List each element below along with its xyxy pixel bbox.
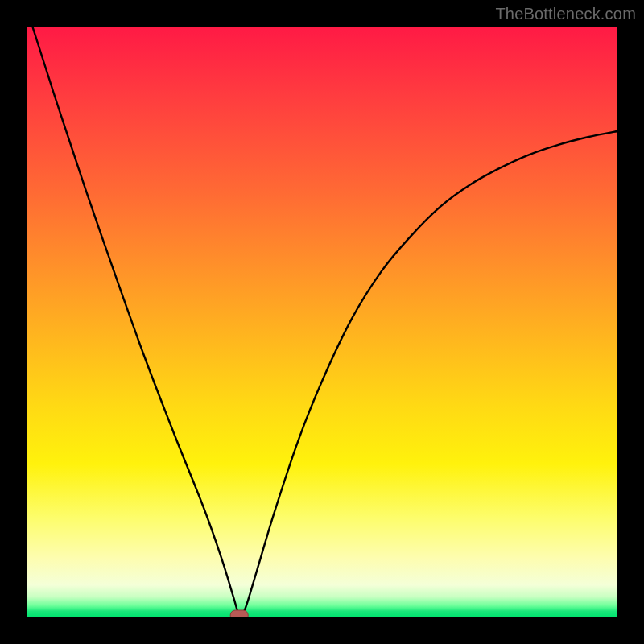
watermark-text: TheBottleneck.com bbox=[495, 5, 636, 23]
plot-area bbox=[27, 27, 617, 617]
minimum-marker bbox=[27, 27, 617, 617]
svg-rect-0 bbox=[230, 610, 248, 617]
chart-frame: TheBottleneck.com bbox=[0, 0, 644, 644]
